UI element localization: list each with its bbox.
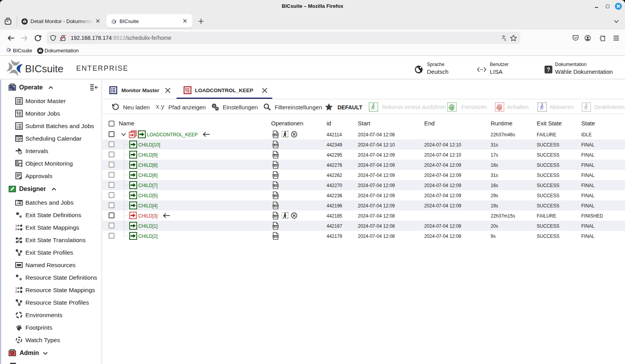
svg-text:LOG: LOG [273, 175, 278, 177]
svg-text:LOG: LOG [273, 195, 278, 197]
svg-text:LOG: LOG [273, 215, 278, 218]
svg-text:LOG: LOG [273, 154, 278, 157]
svg-text:LOG: LOG [273, 205, 278, 207]
svg-text:0: 0 [15, 227, 17, 231]
svg-text:A: A [504, 38, 506, 41]
svg-text:LOG: LOG [273, 164, 278, 167]
svg-text:?: ? [547, 66, 550, 73]
svg-text:LOG: LOG [273, 185, 278, 187]
svg-text:0: 0 [15, 290, 17, 294]
svg-text:LOG: LOG [273, 134, 278, 136]
svg-text:LOG: LOG [273, 225, 278, 228]
svg-text:LOG: LOG [273, 236, 278, 238]
svg-text:LOG: LOG [273, 144, 278, 146]
